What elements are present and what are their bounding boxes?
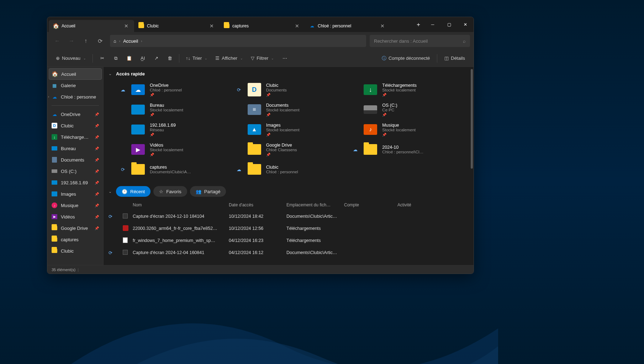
filter-button[interactable]: ▽ Filtrer ⌄: [247, 52, 278, 64]
table-row[interactable]: 22000.3260_arm64_fr-fr_core_fba7e852… 10…: [109, 222, 469, 234]
file-date: 10/12/2024 18:42: [229, 214, 286, 219]
tab-close-button[interactable]: ✕: [123, 22, 130, 30]
cut-button[interactable]: ✂: [96, 52, 109, 64]
quick-item-clubic[interactable]: ⟳ D Clubic Documents 📌: [234, 81, 343, 99]
breadcrumb-root[interactable]: Accueil: [123, 38, 138, 44]
desktop-icon: [52, 146, 57, 151]
sidebar-item-accueil[interactable]: 🏠Accueil: [49, 68, 102, 80]
close-button[interactable]: ✕: [457, 17, 474, 32]
account-status-button[interactable]: ⓘ Compte déconnecté: [378, 52, 433, 64]
sidebar-item-images[interactable]: Images📌: [49, 188, 102, 200]
pill-partagé[interactable]: 👥Partagé: [190, 186, 226, 197]
sidebar-item-os--c--[interactable]: OS (C:)📌: [49, 165, 102, 177]
tab-captures[interactable]: captures✕: [220, 20, 305, 32]
sidebar-item-t-l-chargemen[interactable]: ↓Téléchargemen📌: [49, 131, 102, 143]
sidebar-item-chlo----personne[interactable]: ›☁Chloé : personne: [49, 91, 102, 102]
sidebar-item-musique[interactable]: ♪Musique📌: [49, 200, 102, 211]
quick-item-captures[interactable]: ⟳ captures Documents\Clubic\A…: [118, 160, 227, 178]
quick-item-bureau[interactable]: Bureau Stocké localement 📌: [118, 101, 227, 118]
quick-item-musique[interactable]: ♪ Musique Stocké localement 📌: [350, 121, 459, 138]
share-button[interactable]: ↗: [150, 52, 163, 64]
paste-button[interactable]: 📋: [123, 52, 136, 64]
new-button[interactable]: ⊕ Nouveau ⌄: [52, 52, 90, 64]
quick-item-192-168-1-69[interactable]: 192.168.1.69 Réseau 📌: [118, 121, 227, 138]
pin-icon: 📌: [266, 153, 297, 157]
pin-icon: 📌: [95, 192, 99, 196]
address-bar[interactable]: ⌂ › Accueil ›: [110, 35, 366, 47]
quick-item-images[interactable]: ▲ Images Stocké localement 📌: [234, 121, 343, 138]
delete-button[interactable]: 🗑: [163, 52, 176, 64]
scrollbar[interactable]: [470, 69, 474, 218]
quick-item-google-drive[interactable]: Google Drive Chloé Claessens 📌: [234, 141, 343, 158]
col-location[interactable]: Emplacement du fich…: [286, 202, 344, 207]
table-header: Nom Date d'accès Emplacement du fich… Co…: [109, 200, 469, 210]
tab-clubic[interactable]: Clubic✕: [134, 20, 220, 32]
item-count: 35 élément(s): [52, 268, 75, 272]
quick-item-vid-os[interactable]: ▶ Vidéos Stocké localement 📌: [118, 141, 227, 158]
sidebar-label: Bureau: [61, 146, 91, 151]
tab-close-button[interactable]: ✕: [208, 22, 215, 30]
sidebar-item-vid-os[interactable]: ▶Vidéos📌: [49, 211, 102, 222]
sidebar-label: captures: [61, 237, 99, 242]
chevron-right-icon[interactable]: ›: [48, 95, 49, 99]
forward-button[interactable]: →: [65, 35, 78, 47]
table-row[interactable]: ⟳ Capture d'écran 2024-12-04 160841 04/1…: [109, 247, 469, 259]
maximize-button[interactable]: ▢: [441, 17, 457, 32]
tab-accueil[interactable]: 🏠Accueil✕: [49, 20, 134, 32]
new-tab-button[interactable]: ＋: [412, 17, 424, 32]
sidebar-item-documents[interactable]: Documents📌: [49, 154, 102, 165]
sidebar-item-192-168-1-69[interactable]: 192.168.1.69📌: [49, 177, 102, 188]
sidebar-item-bureau[interactable]: Bureau📌: [49, 143, 102, 154]
quick-item-t-l-chargements[interactable]: ↓ Téléchargements Stocké localement 📌: [350, 81, 459, 99]
sidebar-item-onedrive[interactable]: ☁OneDrive📌: [49, 109, 102, 120]
sidebar-item-google-drive[interactable]: Google Drive📌: [49, 222, 102, 234]
sidebar-item-captures[interactable]: captures: [49, 234, 102, 245]
pill-favoris[interactable]: ☆Favoris: [153, 186, 187, 197]
rename-button[interactable]: A̲I: [136, 52, 149, 64]
more-button[interactable]: ⋯: [278, 52, 291, 64]
search-box[interactable]: ⌕: [370, 35, 470, 47]
table-row[interactable]: fr_windows_7_home_premium_with_sp… 04/12…: [109, 234, 469, 247]
tab-close-button[interactable]: ✕: [379, 22, 386, 30]
refresh-button[interactable]: ⟳: [94, 35, 106, 47]
quick-item-2024-10[interactable]: ☁ 2024-10 Chloé : personnel\Cl…: [350, 141, 459, 158]
quick-sublabel: Stocké localement: [382, 128, 416, 132]
tab-close-button[interactable]: ✕: [294, 22, 301, 30]
pill-récent[interactable]: 🕐Récent: [116, 186, 151, 197]
sidebar-item-galerie[interactable]: ▦Galerie: [49, 80, 102, 91]
up-button[interactable]: ↑: [79, 35, 92, 47]
collapse-recent-button[interactable]: ⌄: [109, 189, 112, 194]
quick-item-onedrive[interactable]: ☁ ☁ OneDrive Chloé : personnel 📌: [118, 81, 227, 99]
quick-item-documents[interactable]: ≡ Documents Stocké localement 📌: [234, 101, 343, 118]
search-input[interactable]: [374, 38, 463, 44]
quick-sublabel: Stocké localement: [150, 108, 183, 112]
view-label: Afficher: [222, 56, 237, 61]
view-button[interactable]: ☰ Afficher ⌄: [212, 52, 247, 64]
images-icon: ▲: [247, 122, 262, 137]
quick-item-clubic[interactable]: ☁ Clubic Chloé : personnel: [234, 160, 343, 178]
sidebar-label: Téléchargemen: [61, 134, 91, 140]
quick-item-os--c--[interactable]: OS (C:) Ce PC 📌: [350, 101, 459, 118]
chevron-right-icon: ›: [141, 39, 142, 43]
details-pane-button[interactable]: ◫ Détails: [441, 52, 469, 64]
sidebar-item-clubic[interactable]: Clubic: [49, 245, 102, 257]
sidebar-item-clubic[interactable]: DClubic📌: [49, 120, 102, 131]
scissors-icon: ✂: [100, 56, 104, 61]
sort-button[interactable]: ↑↓ Trier ⌄: [182, 52, 211, 64]
col-activity[interactable]: Activité: [397, 202, 469, 207]
cloud-status-icon: ☁: [119, 87, 126, 93]
minimize-button[interactable]: ─: [424, 17, 441, 32]
quick-sublabel: Réseau: [150, 128, 176, 132]
table-row[interactable]: ⟳ Capture d'écran 2024-12-10 184104 10/1…: [109, 210, 469, 222]
people-icon: 👥: [196, 189, 201, 194]
pill-label: Récent: [130, 189, 145, 194]
pin-icon: 📌: [95, 158, 99, 162]
music-icon: ♪: [363, 122, 378, 137]
col-name[interactable]: Nom: [133, 202, 229, 207]
back-button[interactable]: ←: [51, 35, 64, 47]
copy-button[interactable]: ⧉: [109, 52, 122, 64]
col-date[interactable]: Date d'accès: [229, 202, 286, 207]
tab-chlo----personnel[interactable]: ☁Chloé : personnel✕: [305, 20, 390, 32]
collapse-quick-access-button[interactable]: ⌄: [109, 72, 112, 76]
col-account[interactable]: Compte: [344, 202, 397, 207]
